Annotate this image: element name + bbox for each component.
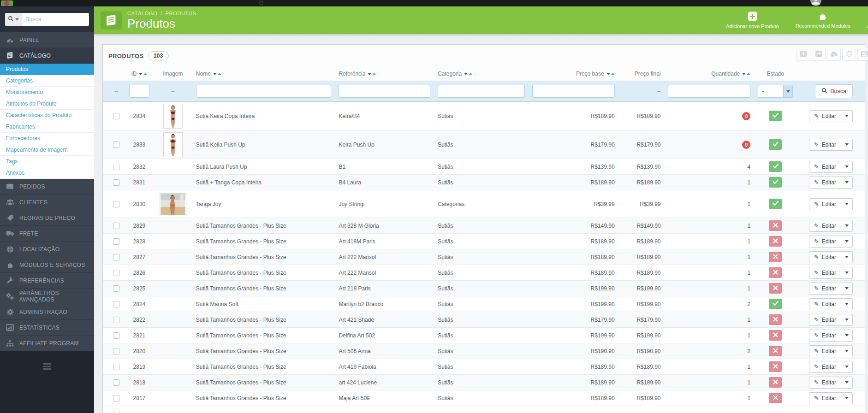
filter-input-quantity[interactable]: [668, 85, 750, 98]
edit-button[interactable]: ✎Editar: [809, 177, 841, 189]
status-toggle-button[interactable]: [769, 346, 782, 356]
edit-dropdown-toggle[interactable]: [841, 161, 853, 173]
submenu-item-produtos[interactable]: Produtos: [0, 64, 94, 75]
product-thumbnail[interactable]: [163, 132, 183, 157]
edit-dropdown-toggle[interactable]: [841, 110, 853, 122]
status-toggle-button[interactable]: [769, 377, 782, 388]
sidebar-item-administracao[interactable]: ADMINISTRAÇÃO: [0, 304, 94, 320]
status-toggle-button[interactable]: [769, 236, 782, 247]
submenu-item-caracteristicas-do-produto[interactable]: Características do Produto: [0, 110, 94, 121]
edit-button[interactable]: ✎Editar: [809, 330, 841, 342]
row-checkbox[interactable]: [113, 201, 119, 207]
row-checkbox[interactable]: [113, 238, 119, 245]
edit-button[interactable]: ✎Editar: [809, 377, 841, 389]
sort-desc-icon[interactable]: [368, 73, 371, 75]
sort-controls[interactable]: [464, 73, 472, 75]
sort-desc-icon[interactable]: [606, 73, 610, 75]
row-checkbox[interactable]: [113, 348, 119, 354]
filter-input-name[interactable]: [196, 85, 332, 98]
status-toggle-button[interactable]: [769, 361, 782, 372]
edit-button[interactable]: ✎Editar: [809, 314, 841, 326]
filter-input-price_base[interactable]: [532, 85, 615, 98]
breadcrumb-catalog[interactable]: CATÁLOGO: [127, 11, 157, 16]
toolbar-add-button[interactable]: [797, 49, 810, 61]
submenu-item-fabricantes[interactable]: Fabricantes: [0, 121, 94, 133]
sort-controls[interactable]: [368, 73, 376, 75]
sort-asc-icon[interactable]: [372, 73, 376, 75]
status-toggle-button[interactable]: [769, 393, 782, 403]
edit-button[interactable]: ✎Editar: [809, 139, 841, 151]
row-checkbox[interactable]: [113, 164, 119, 170]
edit-dropdown-toggle[interactable]: [841, 377, 853, 389]
sidebar-item-estatisticas[interactable]: ESTATÍSTICAS: [0, 320, 94, 336]
sidebar-item-preferencias[interactable]: PREFERÊNCIAS: [0, 273, 94, 289]
sort-controls[interactable]: [139, 73, 147, 75]
sidebar-item-affiliate-program[interactable]: AFFILIATE PROGRAM: [0, 336, 94, 351]
row-checkbox[interactable]: [113, 411, 119, 413]
shop-logo-icon[interactable]: [1, 0, 13, 6]
sort-controls[interactable]: [606, 73, 615, 75]
sort-desc-icon[interactable]: [139, 73, 143, 75]
recommended-modules-button[interactable]: Recommended Modules: [796, 12, 850, 29]
sort-asc-icon[interactable]: [218, 73, 221, 75]
edit-button[interactable]: ✎Editar: [809, 345, 841, 357]
collapse-sidebar-button[interactable]: [43, 363, 51, 370]
sidebar-item-regras-de-preco[interactable]: REGRAS DE PREÇO: [0, 210, 94, 226]
edit-dropdown-toggle[interactable]: [841, 267, 853, 279]
adicionar-novo-produto-button[interactable]: Adicionar novo Produto: [726, 12, 779, 29]
product-thumbnail[interactable]: [160, 193, 186, 215]
edit-dropdown-toggle[interactable]: [841, 298, 853, 310]
submenu-item-mapeamento-de-imagem[interactable]: Mapeamento de Imagem: [0, 144, 94, 156]
edit-button[interactable]: ✎Editar: [809, 236, 841, 248]
sidebar-item-localizacao[interactable]: LOCALIZAÇÃO: [0, 242, 94, 257]
product-thumbnail[interactable]: [163, 104, 183, 129]
sidebar-item-catalogo[interactable]: CATÁLOGO: [0, 48, 94, 64]
status-toggle-button[interactable]: [769, 267, 782, 278]
edit-dropdown-toggle[interactable]: [841, 361, 853, 373]
edit-dropdown-toggle[interactable]: [841, 177, 853, 189]
sidebar-item-clientes[interactable]: CLIENTES: [0, 195, 94, 210]
filter-select-status[interactable]: -: [758, 85, 793, 98]
row-checkbox[interactable]: [113, 379, 119, 386]
status-toggle-button[interactable]: [769, 177, 782, 188]
status-toggle-button[interactable]: [769, 161, 782, 172]
edit-button[interactable]: ✎Editar: [809, 361, 841, 373]
sort-desc-icon[interactable]: [213, 73, 217, 75]
edit-dropdown-toggle[interactable]: [841, 283, 853, 295]
search-button[interactable]: [5, 13, 22, 26]
edit-button[interactable]: ✎Editar: [809, 251, 841, 263]
sidebar-item-modulos-e-servicos[interactable]: MÓDULOS E SERVIÇOS: [0, 257, 94, 273]
status-toggle-button[interactable]: [769, 199, 782, 209]
edit-dropdown-toggle[interactable]: [841, 139, 853, 151]
search-input[interactable]: [22, 13, 89, 26]
row-checkbox[interactable]: [113, 254, 119, 260]
row-checkbox[interactable]: [113, 285, 119, 292]
sort-asc-icon[interactable]: [747, 73, 750, 75]
edit-button[interactable]: ✎Editar: [809, 298, 841, 310]
toolbar-sql-button[interactable]: [857, 49, 868, 61]
toolbar-refresh-button[interactable]: [842, 49, 856, 61]
filter-input-category[interactable]: [438, 85, 525, 98]
status-toggle-button[interactable]: [769, 139, 782, 150]
sort-controls[interactable]: [742, 73, 750, 75]
submenu-item-tags[interactable]: Tags: [0, 156, 94, 167]
submenu-item-monitoramento[interactable]: Monitoramento: [0, 87, 94, 98]
toolbar-export-button[interactable]: [812, 49, 826, 61]
edit-button[interactable]: ✎Editar: [809, 161, 841, 173]
row-checkbox[interactable]: [113, 317, 119, 323]
row-checkbox[interactable]: [113, 223, 119, 229]
sidebar-item-frete[interactable]: FRETE: [0, 226, 94, 242]
sort-desc-icon[interactable]: [742, 73, 746, 75]
sort-asc-icon[interactable]: [469, 73, 472, 75]
status-toggle-button[interactable]: [769, 299, 782, 309]
edit-dropdown-toggle[interactable]: [841, 251, 853, 263]
sidebar-item-painel[interactable]: PAINEL: [0, 32, 94, 48]
row-checkbox[interactable]: [113, 364, 119, 370]
toolbar-import-button[interactable]: [827, 49, 841, 61]
breadcrumb-products[interactable]: PRODUTOS: [166, 11, 196, 16]
submenu-item-fornecedores[interactable]: Fornecedores: [0, 133, 94, 144]
status-toggle-button[interactable]: [769, 314, 782, 325]
filter-search-button[interactable]: Busca: [815, 84, 853, 98]
status-toggle-button[interactable]: [769, 283, 782, 294]
filter-input-id[interactable]: [129, 85, 149, 98]
